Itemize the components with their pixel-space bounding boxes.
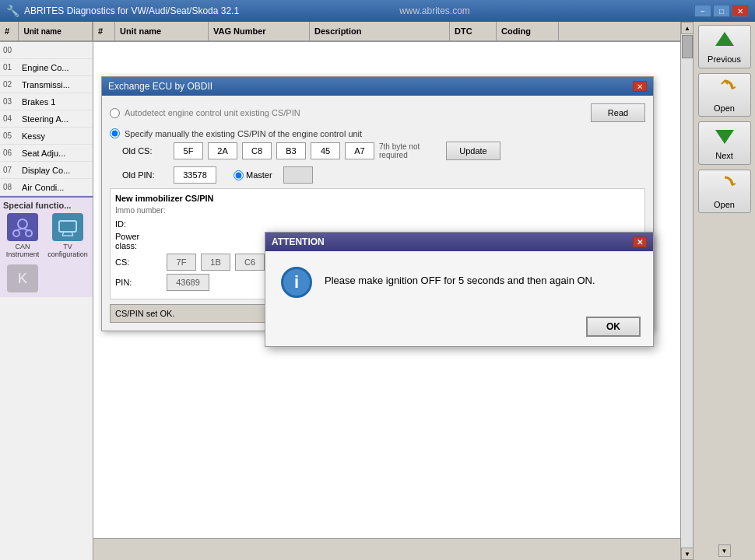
right-scroll-down[interactable]: ▼ — [718, 544, 731, 557]
cs-field-4[interactable] — [276, 142, 306, 159]
special-functions-section: Special functio... CANInstrument — [0, 196, 93, 297]
id-row: ID: — [115, 219, 640, 229]
sidebar-rows: 00 01 Engine Co... 02 Transmissi... 03 B… — [0, 42, 93, 196]
list-item[interactable]: 02 Transmissi... — [0, 76, 93, 93]
close-button[interactable]: ✕ — [732, 5, 749, 17]
col-unit-header: Unit name — [115, 22, 209, 40]
list-item[interactable]: 08 Air Condi... — [0, 179, 93, 196]
col-coding-header: Coding — [497, 22, 559, 40]
can-instrument-icon[interactable]: CANInstrument — [3, 213, 42, 258]
sidebar: # Unit name 00 01 Engine Co... 02 Transm… — [0, 22, 93, 560]
open-button-1[interactable]: Open — [698, 73, 751, 117]
previous-button[interactable]: Previous — [698, 25, 751, 68]
update-button[interactable]: Update — [446, 142, 500, 160]
svg-point-2 — [26, 230, 32, 236]
cs-note: 7th byte not required — [379, 142, 441, 159]
pin-field[interactable] — [174, 166, 216, 184]
autodetect-label: Autodetect engine control unit existing … — [125, 108, 300, 117]
attention-title: ATTENTION — [272, 236, 325, 247]
new-cs-label: CS: — [115, 257, 162, 267]
manual-label: Specify manually the existing CS/PIN of … — [125, 129, 362, 138]
ok-button[interactable]: OK — [586, 317, 641, 337]
main-container: # Unit name 00 01 Engine Co... 02 Transm… — [0, 22, 755, 560]
attention-dialog: ATTENTION ✕ i Please make ignition OFF f… — [265, 232, 654, 347]
col-unit: Unit name — [19, 22, 93, 40]
table-header: # Unit name — [0, 22, 93, 42]
svg-line-3 — [16, 229, 23, 230]
read-button[interactable]: Read — [591, 103, 645, 122]
ecu-dialog-title: Exchange ECU by OBDII — [108, 81, 212, 92]
list-item[interactable]: 03 Brakes 1 — [0, 93, 93, 110]
list-item[interactable]: 00 — [0, 42, 93, 59]
tv-config-icon[interactable]: TVconfiguration — [48, 213, 87, 258]
new-immo-subtitle: Immo number: — [115, 206, 640, 215]
new-cs-field-1[interactable] — [167, 254, 196, 271]
info-icon: i — [281, 267, 312, 298]
attention-close[interactable]: ✕ — [633, 236, 647, 247]
extra-func-icon[interactable]: K — [3, 264, 42, 294]
master-radio[interactable] — [234, 170, 244, 180]
main-table-header: # Unit name VAG Number Description DTC C… — [93, 22, 680, 42]
attention-message: Please make ignition OFF for 5 seconds a… — [325, 267, 595, 289]
svg-marker-9 — [715, 32, 734, 46]
app-title: ABRITES Diagnostics for VW/Audi/Seat/Sko… — [24, 5, 239, 16]
extra-icon-img: K — [7, 264, 38, 292]
scroll-down-btn[interactable]: ▼ — [681, 548, 694, 560]
svg-point-1 — [13, 230, 19, 236]
ecu-status-text: CS/PIN set OK. — [115, 309, 174, 318]
old-pin-label: Old PIN: — [122, 170, 169, 180]
func-icon-row: CANInstrument TVconfiguration — [3, 213, 90, 294]
old-cs-label: Old CS: — [122, 146, 169, 156]
title-bar: 🔧 ABRITES Diagnostics for VW/Audi/Seat/S… — [0, 0, 755, 22]
open-label-2: Open — [714, 200, 735, 209]
minimize-button[interactable]: − — [694, 5, 711, 17]
old-pin-row: Old PIN: Master — [122, 166, 645, 184]
attention-footer: OK — [265, 310, 653, 346]
title-bar-left: 🔧 ABRITES Diagnostics for VW/Audi/Seat/S… — [6, 5, 470, 17]
cs-field-6[interactable] — [345, 142, 374, 159]
cs-field-3[interactable] — [242, 142, 272, 159]
previous-icon — [714, 30, 736, 53]
main-scrollbar[interactable]: ▲ ▼ — [680, 22, 693, 560]
list-item[interactable]: 01 Engine Co... — [0, 59, 93, 76]
list-item[interactable]: 04 Steering A... — [0, 110, 93, 128]
manual-radio[interactable] — [110, 128, 120, 138]
cs-field-5[interactable] — [311, 142, 340, 159]
svg-marker-10 — [715, 130, 734, 144]
autodetect-row: Autodetect engine control unit existing … — [110, 103, 645, 122]
old-cs-row: Old CS: 7th byte not required Update — [122, 142, 645, 160]
new-cs-field-2[interactable] — [201, 254, 230, 271]
list-item[interactable]: 06 Seat Adju... — [0, 145, 93, 162]
col-num: # — [0, 22, 19, 40]
open-label-1: Open — [714, 103, 735, 113]
list-item[interactable]: 07 Display Co... — [0, 162, 93, 179]
new-pin-field[interactable] — [167, 274, 209, 291]
id-label: ID: — [115, 219, 162, 229]
attention-title-bar: ATTENTION ✕ — [265, 233, 653, 251]
pin-extra[interactable] — [283, 166, 313, 184]
master-radio-row: Master — [234, 170, 272, 180]
list-item[interactable]: 05 Kessy — [0, 128, 93, 145]
cs-field-1[interactable] — [174, 142, 203, 159]
new-immo-title: New immobilizer CS/PIN — [115, 194, 640, 203]
next-button[interactable]: Next — [698, 121, 751, 165]
app-icon: 🔧 — [6, 5, 19, 17]
manual-row: Specify manually the existing CS/PIN of … — [110, 128, 645, 138]
svg-point-0 — [18, 219, 27, 229]
autodetect-radio[interactable] — [110, 108, 120, 118]
col-vag-header: VAG Number — [209, 22, 310, 40]
master-label: Master — [246, 170, 272, 180]
maximize-button[interactable]: □ — [713, 5, 730, 17]
open-icon-2 — [714, 174, 736, 198]
special-func-title: Special functio... — [3, 201, 90, 210]
new-cs-field-3[interactable] — [235, 254, 265, 271]
next-label: Next — [715, 151, 733, 160]
col-dtc-header: DTC — [450, 22, 497, 40]
next-icon — [714, 127, 736, 149]
ecu-dialog-close[interactable]: ✕ — [633, 81, 647, 92]
scroll-up-btn[interactable]: ▲ — [681, 22, 694, 34]
scroll-thumb[interactable] — [682, 35, 693, 58]
power-label: Power class: — [115, 232, 162, 250]
cs-field-2[interactable] — [208, 142, 237, 159]
open-button-2[interactable]: Open — [698, 170, 751, 213]
